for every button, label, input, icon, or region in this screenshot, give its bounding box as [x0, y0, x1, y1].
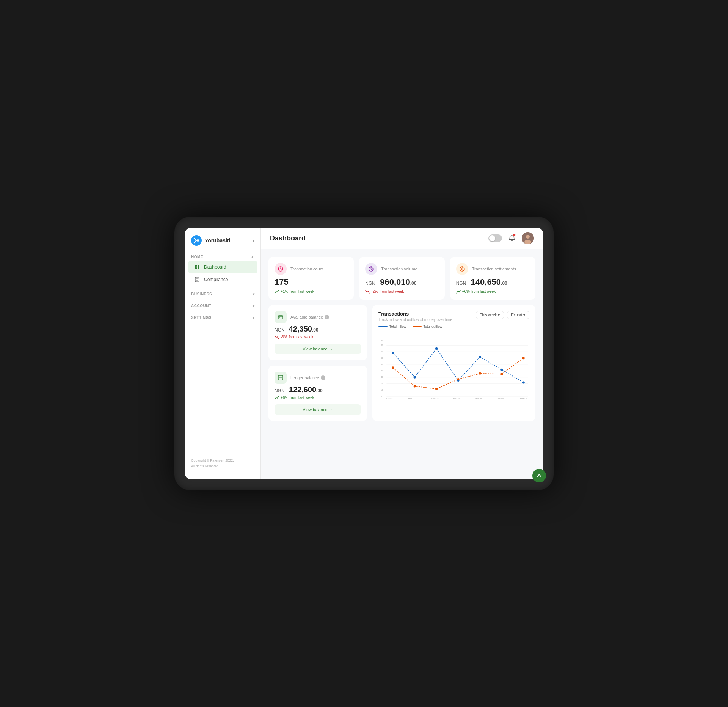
- nav-section-home-header: HOME ▲: [185, 252, 260, 261]
- svg-text:50: 50: [381, 363, 383, 366]
- stat-label-volume: Transaction volume: [381, 267, 417, 271]
- chart-title-area: Transactions Track inflow and outflow of…: [378, 311, 452, 322]
- inflow-dot-4: [479, 356, 481, 358]
- nav-section-settings: SETTINGS ▾: [185, 313, 260, 321]
- notifications-button[interactable]: [507, 233, 517, 244]
- nav-section-home: HOME ▲ Dashboard: [185, 252, 260, 286]
- stat-card-transaction-count: Transaction count 175 +1% from last week: [268, 257, 354, 300]
- ledger-balance-icon: [275, 372, 287, 384]
- ledger-balance-info-icon[interactable]: i: [321, 375, 325, 380]
- main-content: Dashboard: [261, 228, 543, 479]
- export-button[interactable]: Export ▾: [507, 311, 529, 319]
- inflow-dot-0: [392, 352, 394, 354]
- stat-card-transaction-volume: Transaction volume NGN 960,010.00 -2% fr…: [359, 257, 444, 300]
- stat-header-settlements: Transaction settlements: [456, 263, 529, 275]
- app-layout: Yorubasiti ▾ HOME ▲: [185, 228, 543, 479]
- top-stats: Transaction count 175 +1% from last week: [268, 257, 535, 300]
- this-week-button[interactable]: This week ▾: [476, 311, 504, 319]
- svg-text:Mar 04: Mar 04: [453, 397, 461, 400]
- sidebar-item-compliance[interactable]: Compliance: [188, 273, 257, 286]
- account-collapse-icon[interactable]: ▾: [253, 304, 255, 308]
- svg-text:0: 0: [381, 395, 382, 397]
- nav-section-settings-header[interactable]: SETTINGS ▾: [185, 313, 260, 321]
- stat-change-count: +1% from last week: [275, 289, 348, 294]
- available-balance-change: -3% from last week: [275, 335, 361, 339]
- outflow-line: [393, 358, 523, 389]
- svg-point-7: [526, 235, 530, 239]
- svg-text:20: 20: [381, 382, 383, 385]
- logo-chevron-icon: ▾: [253, 239, 254, 243]
- stat-value-volume: NGN 960,010.00: [365, 277, 438, 288]
- transactions-chart: 0 10 20 30 40 50 60 70 80 90: [378, 332, 529, 407]
- nav-section-business: BUSINESS ▾: [185, 289, 260, 298]
- logo-text: Yorubasiti: [205, 237, 230, 244]
- outflow-dot-0: [392, 366, 394, 369]
- stat-header-volume: Transaction volume: [365, 263, 438, 275]
- outflow-dot-5: [500, 373, 503, 375]
- outflow-dot-1: [414, 385, 416, 387]
- sidebar-item-dashboard[interactable]: Dashboard: [188, 261, 257, 273]
- svg-text:70: 70: [381, 350, 383, 353]
- transaction-volume-icon: [365, 263, 377, 275]
- page-title: Dashboard: [270, 234, 306, 242]
- stat-change-volume: -2% from last week: [365, 289, 438, 294]
- logo-area[interactable]: Yorubasiti ▾: [185, 234, 260, 252]
- inflow-dot-5: [500, 369, 503, 371]
- inflow-dot-2: [435, 347, 438, 350]
- available-balance-value: NGN 42,350.00: [275, 325, 361, 333]
- stat-header-count: Transaction count: [275, 263, 348, 275]
- chart-title: Transactions: [378, 311, 452, 317]
- sidebar-footer: Copyright © Payinvert 2022. All rights r…: [185, 453, 260, 473]
- available-balance-card: Available balance i NGN 42,350.00: [268, 305, 367, 360]
- transaction-count-icon: [275, 263, 287, 275]
- available-balance-info-icon[interactable]: i: [325, 315, 329, 319]
- stat-value-settlements: NGN 140,650.00: [456, 277, 529, 288]
- theme-toggle[interactable]: [488, 234, 502, 242]
- business-collapse-icon[interactable]: ▾: [253, 292, 255, 296]
- nav-section-account: ACCOUNT ▾: [185, 301, 260, 310]
- tablet-screen: Yorubasiti ▾ HOME ▲: [185, 228, 543, 479]
- svg-rect-1: [195, 265, 197, 267]
- svg-rect-3: [195, 267, 197, 269]
- user-avatar[interactable]: [522, 232, 534, 244]
- svg-text:40: 40: [381, 369, 383, 372]
- svg-text:Mar 03: Mar 03: [431, 397, 439, 400]
- inflow-line: [393, 349, 523, 383]
- stat-card-settlements: Transaction settlements NGN 140,650.00 +…: [450, 257, 535, 300]
- transaction-settlements-icon: [456, 263, 468, 275]
- chart-header: Transactions Track inflow and outflow of…: [378, 311, 529, 322]
- sidebar: Yorubasiti ▾ HOME ▲: [185, 228, 261, 479]
- view-ledger-balance-button[interactable]: View balance →: [275, 404, 361, 415]
- legend-dot-inflow: [378, 326, 388, 327]
- outflow-dot-4: [479, 372, 481, 375]
- svg-rect-12: [278, 316, 283, 319]
- nav-section-account-header[interactable]: ACCOUNT ▾: [185, 301, 260, 310]
- inflow-dot-1: [414, 376, 416, 379]
- svg-text:Mar 06: Mar 06: [497, 397, 504, 400]
- svg-rect-2: [198, 265, 199, 267]
- stat-label-settlements: Transaction settlements: [472, 267, 516, 271]
- stat-label-count: Transaction count: [290, 267, 323, 271]
- chart-legend: Total inflow Total outflow: [378, 325, 529, 328]
- outflow-dot-6: [522, 357, 525, 359]
- outflow-dot-2: [435, 388, 438, 390]
- chart-card: Transactions Track inflow and outflow of…: [372, 305, 535, 421]
- available-balance-title: Available balance i: [290, 315, 329, 319]
- bottom-section: Available balance i NGN 42,350.00: [268, 305, 535, 421]
- svg-text:Mar 07: Mar 07: [520, 397, 527, 400]
- ledger-balance-header: Ledger balance i: [275, 372, 361, 384]
- settings-collapse-icon[interactable]: ▾: [253, 316, 255, 320]
- logo-icon: [191, 235, 202, 246]
- compliance-icon: [194, 277, 200, 283]
- dashboard-icon: [194, 264, 200, 270]
- available-balance-icon: [275, 311, 287, 323]
- outflow-dot-3: [457, 378, 459, 380]
- svg-text:30: 30: [381, 375, 383, 378]
- home-collapse-icon[interactable]: ▲: [251, 255, 254, 259]
- legend-outflow: Total outflow: [413, 325, 442, 328]
- chart-subtitle: Track inflow and outflow of money over t…: [378, 317, 452, 322]
- notification-badge: [513, 234, 516, 237]
- view-available-balance-button[interactable]: View balance →: [275, 344, 361, 354]
- available-balance-header: Available balance i: [275, 311, 361, 323]
- nav-section-business-header[interactable]: BUSINESS ▾: [185, 289, 260, 298]
